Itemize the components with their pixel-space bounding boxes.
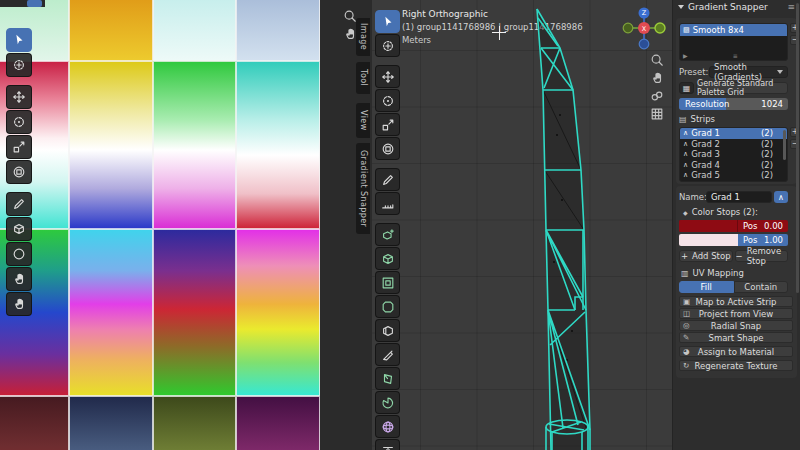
tool-select-circle[interactable] — [6, 242, 32, 266]
resolution-label: Resolution — [685, 98, 729, 110]
tool-loop-cut[interactable] — [375, 319, 400, 342]
palette-cell-r3-c1 — [69, 396, 153, 450]
sidebar-scrollbar[interactable] — [796, 3, 799, 293]
tool-tweak[interactable] — [375, 10, 400, 33]
tab-tool[interactable]: Tool — [356, 62, 370, 94]
list-resize-grip[interactable]: ≡ — [733, 52, 739, 59]
strip-row-2[interactable]: ∧ Grad 2 (2) — [680, 139, 787, 150]
tool-tweak[interactable] — [6, 28, 32, 52]
tool-inset-faces[interactable] — [375, 271, 400, 294]
strips-list[interactable]: ∧ Grad 1 (2)∧ Grad 2 (2)∧ Grad 3 (2)∧ Gr… — [679, 127, 788, 182]
panel-header[interactable]: Gradient Snapper ≡ — [675, 2, 799, 12]
strip-count: (2) — [761, 160, 773, 170]
smart-shape-button[interactable]: ✎Smart Shape — [679, 332, 793, 343]
tool-transform[interactable] — [375, 137, 400, 160]
axis-navigation-gizmo[interactable]: Z X — [622, 6, 666, 50]
list-scrollbar[interactable] — [783, 130, 786, 160]
tool-cursor[interactable] — [375, 34, 400, 57]
generate-palette-button[interactable]: Generate Standard Palette Grid — [696, 82, 788, 94]
grid-icon[interactable]: ▦ — [679, 82, 694, 94]
palette-cell-r2-c2 — [153, 229, 237, 397]
zoom-icon[interactable] — [342, 8, 357, 23]
camera-view-icon[interactable] — [649, 88, 665, 104]
tool-cursor[interactable] — [6, 53, 32, 77]
tool-rotate[interactable] — [6, 110, 32, 134]
chevron-down-icon — [777, 70, 783, 74]
tool-rotate[interactable] — [375, 89, 400, 112]
pan-hand-icon[interactable] — [342, 26, 357, 41]
pan-hand-icon[interactable] — [649, 70, 665, 86]
strip-row-5[interactable]: ∧ Grad 5 (2) — [680, 170, 787, 181]
remove-stop-button[interactable]: −Remove Stop — [735, 250, 789, 262]
tool-scale[interactable] — [6, 135, 32, 159]
tool-extrude-region[interactable] — [375, 247, 400, 270]
tool-bevel[interactable] — [375, 295, 400, 318]
axis-z-label: Z — [642, 9, 647, 17]
crosshair-cursor — [492, 32, 506, 33]
curve-icon[interactable]: ∧ — [774, 191, 788, 203]
stop-pos-field[interactable]: Pos 0.00 — [738, 220, 788, 232]
diamond-icon: ◆ — [683, 209, 688, 216]
map-to-active-strip-button[interactable]: ▣Map to Active Strip — [679, 296, 793, 307]
palette-template-list[interactable]: ▨ Smooth 8x4 ▶≡ — [679, 23, 788, 61]
tool-annotate[interactable] — [375, 168, 400, 191]
stop-color-swatch[interactable] — [679, 220, 738, 232]
axis-x-label: X — [642, 25, 647, 33]
tool-smooth[interactable] — [375, 415, 400, 438]
list-item-active[interactable]: ▨ Smooth 8x4 — [680, 24, 787, 36]
color-stops-label: Color Stops (2): — [692, 207, 758, 217]
tool-scale[interactable] — [375, 113, 400, 136]
tool-edge-slide[interactable] — [375, 439, 400, 450]
tool-relax[interactable] — [6, 292, 32, 316]
tool-annotate[interactable] — [6, 192, 32, 216]
tool-add-cube[interactable] — [375, 223, 400, 246]
palette-grid-image — [0, 0, 320, 450]
header-button-fragment[interactable] — [27, 0, 42, 7]
tool-sample[interactable] — [6, 217, 32, 241]
strip-row-1[interactable]: ∧ Grad 1 (2) — [680, 128, 787, 139]
panel-menu-icon[interactable]: ≡ — [787, 2, 795, 12]
list-expand-icon[interactable]: ▶ — [683, 52, 688, 59]
color-stop-row-1[interactable]: Pos 1.00 — [679, 234, 788, 246]
tab-gradient-snapper[interactable]: Gradient Snapper — [356, 143, 370, 234]
strip-row-4[interactable]: ∧ Grad 4 (2) — [680, 160, 787, 171]
tool-spin[interactable] — [375, 391, 400, 414]
project-from-view-button[interactable]: ◫Project from View — [679, 308, 793, 319]
palette-cell-r2-c1 — [69, 229, 153, 397]
stop-pos-field[interactable]: Pos 1.00 — [738, 234, 788, 246]
editor-nav-gizmos — [342, 8, 357, 41]
strip-name-field[interactable]: Grad 1 — [706, 191, 772, 203]
tool-move[interactable] — [375, 65, 400, 88]
regenerate-texture-button[interactable]: ↻Regenerate Texture — [679, 360, 793, 371]
color-stop-row-0[interactable]: Pos 0.00 — [679, 220, 788, 232]
fill-option[interactable]: Fill — [679, 281, 734, 293]
preset-dropdown[interactable]: Smooth (Gradients) — [709, 66, 788, 78]
tool-transform[interactable] — [6, 160, 32, 184]
add-stop-button[interactable]: +Add Stop — [679, 250, 733, 262]
perspective-grid-icon[interactable] — [649, 106, 665, 122]
viewport-3d[interactable]: Right Orthographic (1) group1141768986 |… — [372, 0, 672, 450]
contain-option[interactable]: Contain — [734, 281, 789, 293]
tool-move[interactable] — [6, 85, 32, 109]
tab-image[interactable]: Image — [356, 18, 370, 56]
strip-row-3[interactable]: ∧ Grad 3 (2) — [680, 149, 787, 160]
stop-actions-row: +Add Stop −Remove Stop — [679, 250, 788, 262]
palette-cell-r1-c2 — [153, 61, 237, 229]
zoom-icon[interactable] — [649, 52, 665, 68]
radial-snap-button[interactable]: ◎Radial Snap — [679, 320, 793, 331]
preset-row: Preset: Smooth (Gradients) — [679, 66, 788, 78]
tool-measure[interactable] — [375, 192, 400, 215]
stop-color-swatch[interactable] — [679, 234, 738, 246]
tool-grab[interactable] — [6, 267, 32, 291]
wireframe-object[interactable] — [372, 0, 672, 450]
uv-mapping-header[interactable]: ▥ UV Mapping — [681, 268, 744, 278]
curve-icon: ∧ — [683, 129, 688, 137]
assign-to-material-button[interactable]: ◕Assign to Material — [679, 346, 793, 357]
resolution-slider[interactable]: Resolution 1024 — [679, 98, 788, 110]
strip-name: Grad 2 — [691, 139, 720, 149]
tab-view[interactable]: View — [356, 103, 370, 138]
tool-knife[interactable] — [375, 343, 400, 366]
palette-cell-r2-c3 — [236, 229, 320, 397]
curve-icon: ∧ — [683, 161, 688, 169]
tool-poly-build[interactable] — [375, 367, 400, 390]
